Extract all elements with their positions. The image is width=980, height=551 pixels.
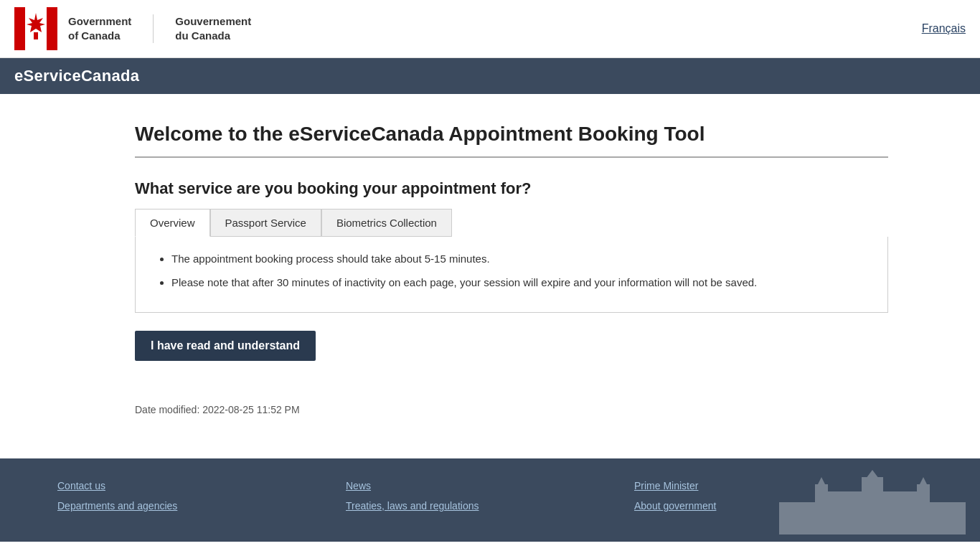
parliament-silhouette-icon — [765, 470, 980, 542]
government-name: Government of Canada Gouvernement du Can… — [68, 14, 251, 43]
footer-col-2: News Treaties, laws and regulations — [346, 480, 634, 520]
footer-link-contact-us[interactable]: Contact us — [57, 480, 331, 491]
logo-area: Government of Canada Gouvernement du Can… — [14, 7, 251, 50]
info-item-2: Please note that after 30 minutes of ina… — [171, 275, 870, 291]
date-modified: Date modified: 2022-08-25 11:52 PM — [135, 404, 888, 415]
nav-bar: eServiceCanada — [0, 58, 980, 94]
svg-marker-9 — [815, 477, 828, 490]
svg-rect-3 — [34, 32, 38, 39]
footer-col-1: Contact us Departments and agencies — [57, 480, 346, 520]
language-toggle-link[interactable]: Français — [922, 22, 966, 35]
footer-link-treaties[interactable]: Treaties, laws and regulations — [346, 500, 620, 512]
svg-rect-12 — [779, 502, 815, 534]
svg-rect-1 — [47, 7, 57, 50]
tab-group: Overview Passport Service Biometrics Col… — [135, 209, 888, 237]
read-understand-button[interactable]: I have read and understand — [135, 331, 316, 361]
footer-link-news[interactable]: News — [346, 480, 620, 491]
canada-flag-icon — [14, 7, 57, 50]
svg-marker-11 — [917, 477, 930, 490]
footer: Contact us Departments and agencies News… — [0, 458, 980, 542]
svg-rect-8 — [815, 484, 828, 534]
svg-rect-7 — [883, 491, 923, 534]
tab-biometrics-collection[interactable]: Biometrics Collection — [321, 209, 452, 237]
site-title: eServiceCanada — [14, 67, 139, 85]
gov-name-english: Government of Canada — [68, 14, 131, 43]
service-question: What service are you booking your appoin… — [135, 179, 888, 198]
main-content: Welcome to the eServiceCanada Appointmen… — [77, 94, 903, 444]
date-modified-value: 2022-08-25 11:52 PM — [202, 404, 299, 415]
tab-passport-service[interactable]: Passport Service — [210, 209, 321, 237]
date-modified-label: Date modified: — [135, 404, 199, 415]
header: Government of Canada Gouvernement du Can… — [0, 0, 980, 58]
info-item-1: The appointment booking process should t… — [171, 251, 870, 268]
svg-rect-4 — [862, 477, 883, 534]
gov-name-french: Gouvernement du Canada — [175, 14, 251, 43]
page-title: Welcome to the eServiceCanada Appointmen… — [135, 123, 888, 158]
footer-link-departments[interactable]: Departments and agencies — [57, 500, 331, 512]
svg-rect-10 — [917, 484, 930, 534]
svg-rect-6 — [822, 491, 862, 534]
svg-rect-0 — [14, 7, 25, 50]
info-list: The appointment booking process should t… — [154, 251, 870, 291]
tab-content-overview: The appointment booking process should t… — [135, 237, 888, 313]
svg-rect-13 — [930, 502, 966, 534]
tab-overview[interactable]: Overview — [135, 209, 210, 237]
